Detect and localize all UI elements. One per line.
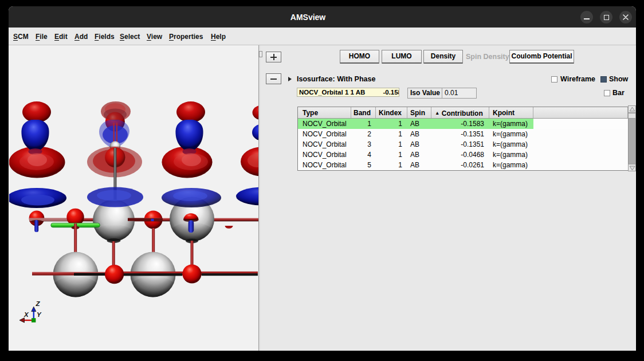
svg-text:Y: Y (37, 311, 42, 318)
svg-text:X: X (23, 311, 29, 318)
svg-text:Z: Z (36, 300, 41, 307)
